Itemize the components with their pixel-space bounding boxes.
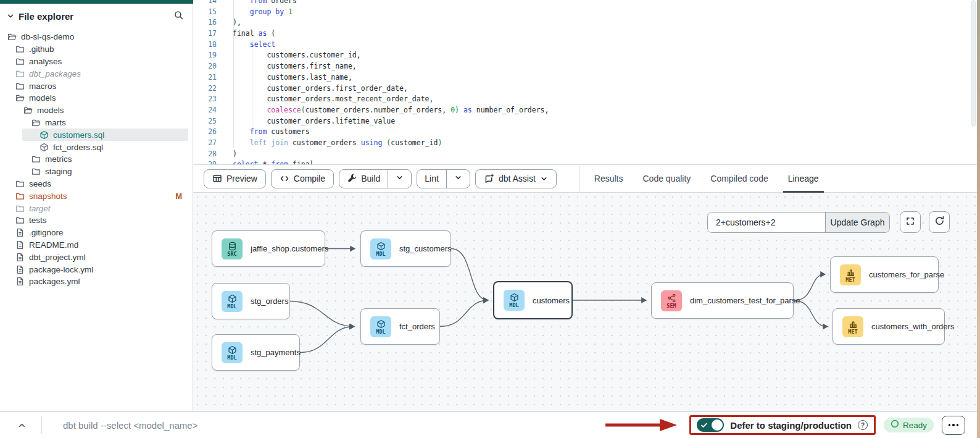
tree-item-dbt_packages[interactable]: dbt_packages <box>0 67 193 80</box>
tree-item-fct_orders.sql[interactable]: fct_orders.sql <box>0 141 193 153</box>
tree-item-db-sl-qs-demo[interactable]: db-sl-qs-demo <box>0 31 193 43</box>
tree-item-packages.yml[interactable]: packages.yml <box>0 276 193 288</box>
line-number: 17 <box>193 28 217 40</box>
tree-item-models[interactable]: models <box>0 104 193 117</box>
tree-item-.github[interactable]: .github <box>0 43 193 56</box>
defer-highlight-box: Defer to staging/production ? <box>689 415 876 435</box>
help-icon[interactable]: ? <box>858 420 868 430</box>
tab-lineage[interactable]: Lineage <box>788 164 819 193</box>
lineage-node-fct_orders[interactable]: MDLfct_orders <box>360 308 440 345</box>
node-label: customers_with_orders <box>871 322 954 331</box>
fullscreen-button[interactable] <box>900 211 921 233</box>
node-type-badge: MDL <box>376 329 385 334</box>
chevron-up-icon[interactable] <box>17 421 27 430</box>
lineage-node-customers_for_parse[interactable]: METcustomers_for_parse <box>830 256 939 293</box>
tree-item-marts[interactable]: marts <box>0 117 193 129</box>
tree-item-README.md[interactable]: README.md <box>0 239 193 251</box>
tree-item-snapshots[interactable]: snapshotsM <box>0 190 193 202</box>
compile-button[interactable]: Compile <box>271 169 334 188</box>
dbt-assist-button[interactable]: dbt Assist <box>475 169 557 188</box>
tree-item-models[interactable]: models <box>0 92 193 104</box>
node-label: stg_customers <box>399 244 452 253</box>
lineage-node-customers[interactable]: MDLcustomers <box>493 281 573 319</box>
lineage-node-jaffle_shop.customers[interactable]: SRCjaffle_shop.customers <box>212 230 325 267</box>
node-type-badge: MDL <box>509 303 518 308</box>
tree-item-package-lock.yml[interactable]: package-lock.yml <box>0 263 193 276</box>
tree-item-analyses[interactable]: analyses <box>0 56 193 68</box>
result-tabs: Results Code quality Compiled code Linea… <box>579 164 819 193</box>
code-text: customer_orders.first_order_date, <box>217 83 408 95</box>
lineage-node-customers_with_orders[interactable]: METcustomers_with_orders <box>833 308 945 345</box>
code-editor[interactable]: 14 from orders15 group by 116),17final a… <box>193 0 980 164</box>
refresh-button[interactable] <box>929 211 950 233</box>
command-bar: dbt build --select <model_name> Defer to… <box>0 411 980 438</box>
code-icon <box>280 174 289 183</box>
command-input[interactable]: dbt build --select <model_name> <box>63 420 197 431</box>
line-number: 16 <box>193 17 217 28</box>
tab-results[interactable]: Results <box>594 164 623 193</box>
tree-item-tests[interactable]: tests <box>0 214 193 227</box>
file-explorer-panel: File explorer db-sl-qs-demo.githubanalys… <box>0 0 193 411</box>
code-text: group by 1 <box>217 7 293 18</box>
tree-item-seeds[interactable]: seeds <box>0 178 193 190</box>
node-label: customers_for_parse <box>869 270 944 279</box>
file-icon <box>15 265 25 274</box>
code-text: select * from final <box>217 159 314 164</box>
chevron-down-icon <box>454 173 462 184</box>
share-icon: SEM <box>661 290 682 311</box>
search-icon[interactable] <box>173 10 184 23</box>
tree-item-label: seeds <box>29 179 51 188</box>
folder-icon <box>15 216 25 225</box>
tree-item-label: package-lock.yml <box>29 265 93 274</box>
defer-toggle[interactable] <box>697 418 724 432</box>
tree-item-customers.sql[interactable]: customers.sql <box>22 128 188 141</box>
tree-item-.gitignore[interactable]: .gitignore <box>0 227 193 239</box>
lineage-node-stg_orders[interactable]: MDLstg_orders <box>212 283 290 319</box>
line-number: 25 <box>193 116 217 127</box>
tree-item-target[interactable]: target <box>0 202 193 214</box>
tab-code-quality[interactable]: Code quality <box>642 164 691 193</box>
model-icon <box>39 143 49 152</box>
build-button[interactable]: Build <box>339 170 388 188</box>
build-dropdown-caret[interactable] <box>388 170 411 188</box>
tree-item-staging[interactable]: staging <box>0 166 193 178</box>
lint-button[interactable]: Lint <box>417 170 446 188</box>
chart-icon: MET <box>842 316 863 337</box>
selector-input[interactable] <box>708 213 825 232</box>
folder-icon <box>15 82 25 91</box>
toggle-knob <box>712 419 723 431</box>
folder-open-icon <box>15 93 25 103</box>
tree-item-dbt_project.yml[interactable]: dbt_project.yml <box>0 251 193 263</box>
tree-item-macros[interactable]: macros <box>0 80 193 92</box>
code-text: left join customer_orders using (custome… <box>217 138 442 149</box>
lint-dropdown-caret[interactable] <box>446 170 470 188</box>
file-explorer-title: File explorer <box>19 11 73 22</box>
lineage-node-stg_customers[interactable]: MDLstg_customers <box>360 230 451 267</box>
more-options-button[interactable] <box>942 416 965 435</box>
model-icon <box>39 130 49 140</box>
code-lines: 14 from orders15 group by 116),17final a… <box>193 0 980 164</box>
model-icon: MDL <box>504 290 525 311</box>
tab-compiled-code[interactable]: Compiled code <box>710 164 768 193</box>
screen-edge-strip <box>977 0 980 438</box>
lineage-node-dim_customers_test_for_parse[interactable]: SEMdim_customers_test_for_parse <box>651 282 794 319</box>
lineage-node-stg_payments[interactable]: MDLstg_payments <box>212 334 300 371</box>
code-line: 27 left join customer_orders using (cust… <box>193 138 980 149</box>
lineage-graph-pane[interactable]: SRCjaffle_shop.customersMDLstg_customers… <box>193 193 980 411</box>
chart-icon: MET <box>840 264 861 285</box>
node-label: stg_orders <box>251 297 288 306</box>
model-icon: MDL <box>370 238 391 259</box>
code-text: ), <box>217 17 241 28</box>
code-text: customers.first_name, <box>217 61 357 72</box>
file-icon <box>15 240 25 250</box>
code-line: 18 select <box>193 40 980 51</box>
chevron-down-icon[interactable] <box>6 12 15 20</box>
code-line: 14 from orders <box>193 0 980 7</box>
ready-circle-icon <box>891 419 899 431</box>
node-selector: Update Graph <box>707 212 890 233</box>
tree-item-metrics[interactable]: metrics <box>0 153 193 166</box>
update-graph-button[interactable]: Update Graph <box>825 213 889 232</box>
node-type-badge: MET <box>845 277 855 282</box>
editor-scrollbar[interactable] <box>971 0 976 127</box>
preview-button[interactable]: Preview <box>204 169 266 188</box>
